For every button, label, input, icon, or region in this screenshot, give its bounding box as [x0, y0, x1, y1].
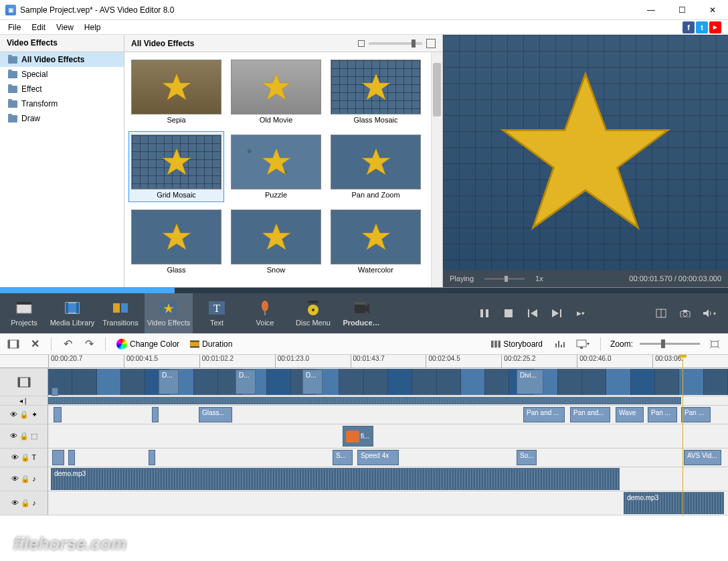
- toolbar-voice[interactable]: Voice: [241, 293, 289, 333]
- toolbar-projects[interactable]: Projects: [0, 293, 48, 333]
- facebook-icon[interactable]: f: [682, 21, 695, 33]
- text-clip[interactable]: [68, 450, 75, 465]
- snapshot-button[interactable]: [674, 300, 696, 327]
- text-clip[interactable]: S...: [333, 450, 353, 465]
- svg-rect-14: [76, 303, 79, 313]
- timeline-zoom-slider[interactable]: [640, 343, 700, 345]
- video-clip[interactable]: D...: [159, 370, 179, 394]
- audio2-track-header[interactable]: 👁 🔒 ♪: [0, 491, 48, 515]
- svg-point-39: [683, 313, 687, 317]
- toolbar-produce[interactable]: Produce…: [337, 293, 385, 333]
- twitter-icon[interactable]: t: [696, 21, 708, 33]
- text-track[interactable]: S... Speed 4x So... AVS Vid...: [48, 449, 728, 467]
- effects-track-header[interactable]: 👁 🔒 ✦: [0, 406, 48, 424]
- text-clip[interactable]: [149, 450, 155, 465]
- playback-speed: 1x: [535, 274, 543, 283]
- effect-thumb-grid-mosaic[interactable]: Grid Mosaic: [128, 131, 224, 202]
- overlay-track-header[interactable]: 👁 🔒 ⬚: [0, 424, 48, 448]
- menu-edit[interactable]: Edit: [26, 21, 51, 33]
- volume-button[interactable]: ▾: [699, 300, 720, 327]
- effects-track[interactable]: Glass... Pan and ... Pan and... Wave Pan…: [48, 406, 728, 424]
- audio1-track-header[interactable]: 👁 🔒 ♪: [0, 467, 48, 491]
- toolbar-text[interactable]: TText: [193, 293, 241, 333]
- audio-mixer-icon[interactable]: [552, 336, 568, 352]
- effect-clip[interactable]: Wave: [616, 407, 644, 422]
- effect-thumb-puzzle[interactable]: Puzzle: [228, 131, 324, 202]
- effect-clip[interactable]: Pan ...: [681, 407, 711, 422]
- duration-button[interactable]: Duration: [187, 339, 235, 349]
- minimize-button[interactable]: —: [636, 0, 666, 20]
- effect-clip[interactable]: Glass...: [199, 407, 232, 422]
- playhead[interactable]: [682, 355, 683, 515]
- prev-frame-button[interactable]: [522, 300, 543, 327]
- text-clip[interactable]: So...: [517, 450, 537, 465]
- effect-thumb-watercolor[interactable]: Watercolor: [328, 206, 424, 277]
- video-track[interactable]: D... D... D... Divi...: [48, 368, 728, 396]
- audio1-track[interactable]: demo.mp3: [48, 467, 728, 491]
- video-clip[interactable]: Divi...: [517, 370, 543, 394]
- undo-button[interactable]: ↶: [60, 336, 76, 352]
- video-track-header[interactable]: [0, 368, 48, 396]
- svg-rect-48: [491, 340, 494, 347]
- tree-transform[interactable]: Transform: [0, 96, 124, 111]
- toolbar-media-library[interactable]: Media Library: [48, 293, 96, 333]
- text-clip[interactable]: Speed 4x: [357, 450, 399, 465]
- effect-thumb-pan-and-zoom[interactable]: Pan and Zoom: [328, 131, 424, 202]
- close-button[interactable]: ✕: [697, 0, 728, 20]
- window-title: Sample Project.vep* - AVS Video Editor 8…: [20, 5, 636, 15]
- effect-thumb-snow[interactable]: Snow: [228, 206, 324, 277]
- audio2-track[interactable]: demo.mp3: [48, 491, 728, 515]
- video-audio-header[interactable]: ◂❘: [0, 396, 48, 405]
- delete-button[interactable]: ✕: [27, 336, 43, 352]
- gallery-scrollbar[interactable]: [431, 52, 442, 287]
- thumbnail-size-control[interactable]: [358, 39, 436, 48]
- video-clip[interactable]: [52, 388, 58, 396]
- effect-clip[interactable]: [54, 407, 62, 422]
- redo-button[interactable]: ↷: [81, 336, 97, 352]
- timeline-ruler[interactable]: 00:00:20.700:00:41.500:01:02.200:01:23.0…: [0, 355, 728, 368]
- playback-menu-button[interactable]: ▶▾: [570, 300, 592, 327]
- effect-thumb-sepia[interactable]: Sepia: [128, 56, 224, 127]
- playback-scrubber[interactable]: [0, 288, 728, 293]
- text-track-header[interactable]: 👁 🔒 T: [0, 449, 48, 467]
- video-audio-track[interactable]: [48, 396, 728, 405]
- text-clip[interactable]: AVS Vid...: [684, 450, 721, 465]
- audio-clip[interactable]: demo.mp3: [51, 468, 620, 490]
- maximize-button[interactable]: ☐: [666, 0, 697, 20]
- effect-thumb-old-movie[interactable]: Old Movie: [228, 56, 324, 127]
- effect-thumb-glass-mosaic[interactable]: Glass Mosaic: [328, 56, 424, 127]
- stop-button[interactable]: [498, 300, 519, 327]
- toolbar-transitions[interactable]: Transitions: [96, 293, 145, 333]
- next-frame-button[interactable]: [546, 300, 567, 327]
- fit-zoom-icon[interactable]: [707, 336, 723, 352]
- audio-clip[interactable]: demo.mp3: [624, 492, 724, 514]
- effect-thumb-glass[interactable]: Glass: [128, 206, 224, 277]
- pause-button[interactable]: [474, 300, 495, 327]
- display-settings-icon[interactable]: ▾: [575, 336, 591, 352]
- effect-clip[interactable]: Pan and ...: [523, 407, 565, 422]
- speed-slider[interactable]: [484, 278, 525, 280]
- effect-clip[interactable]: Pan and...: [570, 407, 610, 422]
- menu-view[interactable]: View: [51, 21, 79, 33]
- add-clip-icon[interactable]: [5, 336, 21, 352]
- menu-help[interactable]: Help: [79, 21, 106, 33]
- toolbar-video-effects[interactable]: Video Effects: [145, 293, 193, 333]
- split-button[interactable]: [650, 300, 672, 327]
- tree-effect[interactable]: Effect: [0, 82, 124, 96]
- toolbar-disc-menu[interactable]: Disc Menu: [289, 293, 337, 333]
- effect-clip[interactable]: [152, 407, 159, 422]
- text-clip[interactable]: [52, 450, 64, 465]
- storyboard-toggle[interactable]: Storyboard: [488, 339, 545, 349]
- overlay-clip[interactable]: fi...: [343, 426, 373, 447]
- menu-file[interactable]: File: [3, 21, 26, 33]
- svg-marker-0: [163, 74, 191, 100]
- youtube-icon[interactable]: ▸: [709, 21, 721, 33]
- tree-special[interactable]: Special: [0, 67, 124, 82]
- overlay-track[interactable]: fi...: [48, 424, 728, 448]
- video-clip[interactable]: D...: [302, 370, 323, 394]
- tree-all-effects[interactable]: All Video Effects: [0, 52, 124, 67]
- video-clip[interactable]: D...: [236, 370, 256, 394]
- effect-clip[interactable]: Pan ...: [648, 407, 677, 422]
- change-color-button[interactable]: Change Color: [114, 339, 182, 349]
- tree-draw[interactable]: Draw: [0, 111, 124, 126]
